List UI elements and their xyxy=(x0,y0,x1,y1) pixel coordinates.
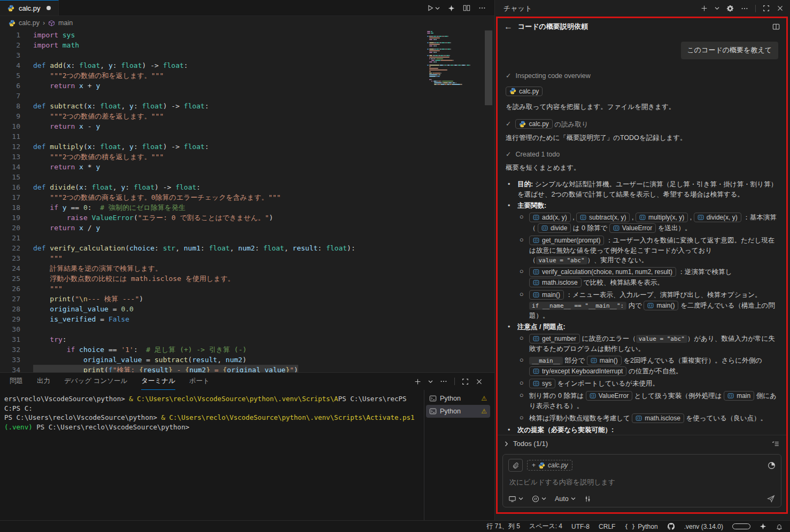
code-line[interactable]: 19 raise ValueError("エラー: 0 で割ることはできません。… xyxy=(0,213,494,223)
code-line[interactable]: 5 """2つの数値の和を返します。""" xyxy=(0,71,494,81)
minimap[interactable] xyxy=(427,31,479,85)
code-line[interactable]: 33 original_value = subtract(result, num… xyxy=(0,355,494,365)
line-number[interactable]: 33 xyxy=(0,355,33,365)
line-number[interactable]: 23 xyxy=(0,253,33,263)
line-number[interactable]: 11 xyxy=(0,131,33,142)
attach-context-button[interactable] xyxy=(508,459,523,472)
copilot-sparkle-button[interactable] xyxy=(448,5,455,12)
line-number[interactable]: 3 xyxy=(0,50,33,60)
code-line[interactable]: 25 浮動小数点数の比較には math.isclose を使用します。 xyxy=(0,273,494,284)
progress-step[interactable]: ✓Created 1 todo xyxy=(506,150,778,159)
line-number[interactable]: 24 xyxy=(0,263,33,273)
code-line[interactable]: 13 """2つの数値の積を返します。""" xyxy=(0,152,494,162)
copilot-status-icon[interactable] xyxy=(760,523,766,530)
eol-sequence[interactable]: CRLF xyxy=(599,523,615,530)
code-line[interactable]: 10 return x - y xyxy=(0,121,494,131)
code-line[interactable]: 1import sys xyxy=(0,30,494,40)
code-chip[interactable]: calc.py xyxy=(506,87,543,96)
language-mode[interactable]: { } Python xyxy=(624,523,657,530)
code-chip[interactable]: divide(x, y) xyxy=(694,213,741,222)
code-line[interactable]: 32 if choice == '1': # 足し算 (+) -> 引き算 (-… xyxy=(0,345,494,355)
line-number[interactable]: 34 xyxy=(0,365,33,372)
copilot-quota-pill[interactable] xyxy=(732,523,750,529)
line-number[interactable]: 26 xyxy=(0,284,33,294)
code-line[interactable]: 22def verify_calculation(choice: str, nu… xyxy=(0,243,494,253)
code-viewport[interactable]: 1import sys2import math34def add(x: floa… xyxy=(0,30,494,372)
line-number[interactable]: 30 xyxy=(0,324,33,334)
editor-scrollbar[interactable] xyxy=(485,30,492,105)
model-picker[interactable]: Auto xyxy=(555,495,576,503)
maximize-panel-button[interactable] xyxy=(462,378,469,385)
todos-bar[interactable]: Todos (1/1) xyxy=(498,435,786,452)
code-line[interactable]: 20 return x / y xyxy=(0,223,494,233)
code-line[interactable]: 27 print("\n--- 検算 ---") xyxy=(0,294,494,304)
code-line[interactable]: 12def multiply(x: float, y: float) -> fl… xyxy=(0,142,494,152)
line-number[interactable]: 6 xyxy=(0,81,33,91)
send-button[interactable] xyxy=(766,494,776,503)
code-chip[interactable]: ValueError xyxy=(609,223,656,233)
code-line[interactable]: 9 """2つの数値の差を返します。""" xyxy=(0,111,494,121)
line-number[interactable]: 1 xyxy=(0,30,33,40)
modified-dot-icon[interactable] xyxy=(47,6,51,10)
run-python-file-button[interactable] xyxy=(427,4,440,12)
line-number[interactable]: 16 xyxy=(0,182,33,192)
panel-more-button[interactable] xyxy=(440,378,447,385)
chat-input-placeholder[interactable]: 次にビルドする内容を説明します xyxy=(509,478,774,487)
python-interpreter[interactable]: .venv (3.14.0) xyxy=(684,523,723,530)
line-number[interactable]: 14 xyxy=(0,162,33,172)
mode-picker[interactable] xyxy=(508,495,523,503)
close-chat-button[interactable] xyxy=(777,5,784,12)
chat-input-box[interactable]: + calc.py 次にビルドする内容を説明します xyxy=(502,454,781,507)
new-chat-button[interactable] xyxy=(701,5,708,12)
more-actions-button[interactable] xyxy=(478,4,486,12)
chevron-down-icon[interactable] xyxy=(715,6,719,10)
line-number[interactable]: 27 xyxy=(0,294,33,304)
breadcrumb-symbol[interactable]: main xyxy=(58,19,73,27)
code-chip[interactable]: multiply(x, y) xyxy=(636,213,688,222)
code-line[interactable]: 15 xyxy=(0,172,494,182)
code-chip[interactable]: divide xyxy=(538,223,571,233)
code-line[interactable]: 3 xyxy=(0,50,494,60)
code-line[interactable]: 11 xyxy=(0,131,494,142)
line-number[interactable]: 7 xyxy=(0,91,33,101)
code-line[interactable]: 14 return x * y xyxy=(0,162,494,172)
code-chip[interactable]: subtract(x, y) xyxy=(576,213,630,222)
code-line[interactable]: 17 """2つの数値の商を返します。0除算のエラーチェックを含みます。""" xyxy=(0,192,494,202)
code-line[interactable]: 30 xyxy=(0,324,494,334)
github-icon[interactable] xyxy=(667,522,675,530)
indentation[interactable]: スペース: 4 xyxy=(529,522,562,531)
chevron-down-icon[interactable] xyxy=(428,380,433,384)
code-chip[interactable]: get_number(prompt) xyxy=(529,236,604,245)
code-chip[interactable]: calc.py xyxy=(515,119,552,129)
cursor-position[interactable]: 行 71、列 5 xyxy=(486,522,520,531)
tools-icon[interactable] xyxy=(584,495,591,503)
line-number[interactable]: 5 xyxy=(0,71,33,81)
panel-tab-デバッグ コンソール[interactable]: デバッグ コンソール xyxy=(64,373,127,390)
code-line[interactable]: 24 計算結果を逆の演算で検算します。 xyxy=(0,263,494,273)
terminal-list-item[interactable]: Python⚠ xyxy=(426,392,490,405)
progress-step[interactable]: ✓calc.py の読み取り xyxy=(506,119,778,129)
code-line[interactable]: 28 original_value = 0.0 xyxy=(0,304,494,314)
tab-calc-py[interactable]: calc.py xyxy=(0,0,59,15)
line-number[interactable]: 9 xyxy=(0,111,33,121)
code-line[interactable]: 2import math xyxy=(0,40,494,50)
code-chip[interactable]: get_number xyxy=(529,334,580,343)
line-number[interactable]: 21 xyxy=(0,233,33,243)
line-number[interactable]: 22 xyxy=(0,243,33,253)
panel-tab-ポート[interactable]: ポート xyxy=(189,373,210,390)
code-chip[interactable]: main() xyxy=(587,356,622,365)
terminal-output[interactable]: ers\reclo\VscodeSource\python> & C:\User… xyxy=(0,390,424,520)
code-line[interactable]: 31 try: xyxy=(0,334,494,345)
back-arrow-button[interactable]: ← xyxy=(504,22,513,32)
close-panel-button[interactable] xyxy=(476,378,483,385)
line-number[interactable]: 29 xyxy=(0,314,33,324)
line-number[interactable]: 31 xyxy=(0,334,33,345)
code-chip[interactable]: math.isclose xyxy=(632,413,684,423)
line-number[interactable]: 32 xyxy=(0,345,33,355)
context-file-chip[interactable]: + calc.py xyxy=(527,460,572,471)
line-number[interactable]: 28 xyxy=(0,304,33,314)
quota-progress-icon[interactable] xyxy=(768,461,776,470)
code-line[interactable]: 7 xyxy=(0,91,494,101)
line-number[interactable]: 13 xyxy=(0,152,33,162)
code-line[interactable]: 6 return x + y xyxy=(0,81,494,91)
